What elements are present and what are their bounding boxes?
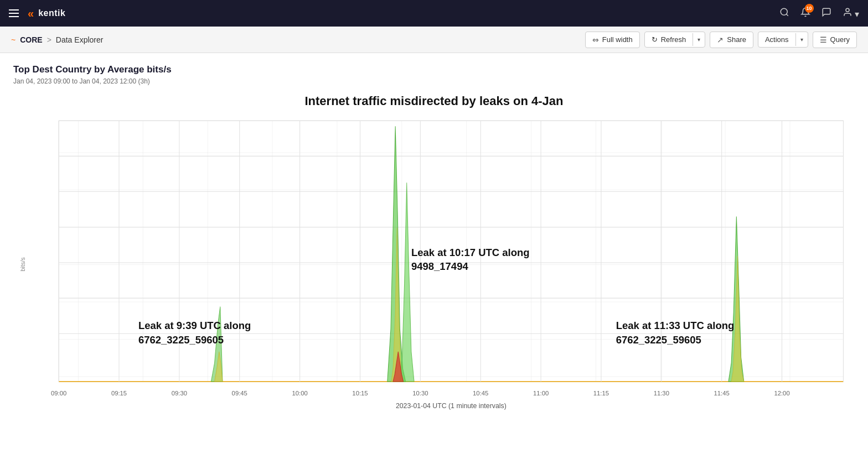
svg-text:11:00: 11:00 <box>533 390 549 397</box>
svg-text:09:15: 09:15 <box>111 390 127 397</box>
logo-area: « kentik <box>28 7 65 20</box>
svg-text:10:45: 10:45 <box>473 390 488 397</box>
top-navigation: « kentik 10 ▾ <box>0 0 868 27</box>
actions-label: Actions <box>765 35 789 44</box>
share-button[interactable]: ↗ Share <box>710 32 753 48</box>
chart-main-title: Internet traffic misdirected by leaks on… <box>13 94 855 108</box>
annotation-3-line2: 6762_3225_59605 <box>616 334 701 346</box>
toolbar-actions: ⇔ Full width ↻ Refresh ▾ ↗ Share Actions… <box>585 32 857 48</box>
svg-text:10:15: 10:15 <box>352 390 368 397</box>
svg-line-1 <box>786 14 788 15</box>
query-button[interactable]: ☰ Query <box>813 32 857 48</box>
breadcrumb-icon: ~ <box>11 35 16 44</box>
svg-text:11:15: 11:15 <box>593 390 609 397</box>
actions-button[interactable]: Actions <box>758 32 795 47</box>
svg-text:09:30: 09:30 <box>172 390 187 397</box>
sub-header: ~ CORE > Data Explorer ⇔ Full width ↻ Re… <box>0 27 868 53</box>
breadcrumb-core: CORE <box>20 35 42 44</box>
svg-text:09:00: 09:00 <box>51 390 66 397</box>
refresh-button[interactable]: ↻ Refresh <box>645 32 693 47</box>
svg-text:09:45: 09:45 <box>232 390 247 397</box>
query-icon: ☰ <box>820 35 827 44</box>
refresh-icon: ↻ <box>652 35 658 44</box>
svg-point-0 <box>781 8 787 15</box>
actions-dropdown-arrow[interactable]: ▾ <box>795 33 808 46</box>
breadcrumb-separator: > <box>47 35 51 44</box>
annotation-2-line1: Leak at 10:17 UTC along <box>411 247 530 258</box>
refresh-button-group: ↻ Refresh ▾ <box>644 32 706 48</box>
logo-chevron-icon: « <box>28 7 34 20</box>
query-label: Query <box>830 35 850 44</box>
svg-text:10:00: 10:00 <box>292 390 307 397</box>
annotation-2-line2: 9498_17494 <box>411 260 469 272</box>
notification-count-badge: 10 <box>805 4 814 13</box>
chart-container: Internet traffic misdirected by leaks on… <box>13 94 855 414</box>
chart-svg: Leak at 9:39 UTC along 6762_3225_59605 L… <box>13 115 855 414</box>
svg-text:12:00: 12:00 <box>774 390 789 397</box>
breadcrumb-page: Data Explorer <box>56 35 104 44</box>
search-icon[interactable] <box>779 7 789 19</box>
main-content: Top Dest Country by Average bits/s Jan 0… <box>0 53 868 425</box>
full-width-icon: ⇔ <box>592 35 599 44</box>
annotation-1-line2: 6762_3225_59605 <box>138 334 224 346</box>
svg-text:10:30: 10:30 <box>412 390 428 397</box>
svg-text:2023-01-04 UTC (1 minute inter: 2023-01-04 UTC (1 minute intervals) <box>396 402 507 410</box>
share-label: Share <box>727 35 746 44</box>
chart-header: Top Dest Country by Average bits/s Jan 0… <box>13 64 855 85</box>
svg-point-2 <box>846 8 849 12</box>
y-axis-label: bits/s <box>19 257 26 272</box>
notification-bell-icon[interactable]: 10 <box>800 7 810 19</box>
hamburger-menu-button[interactable] <box>9 9 19 17</box>
top-nav-right: 10 ▾ <box>779 7 859 19</box>
chart-title: Top Dest Country by Average bits/s <box>13 64 855 75</box>
chart-wrapper: bits/s <box>13 115 855 414</box>
annotation-1-line1: Leak at 9:39 UTC along <box>138 320 251 331</box>
svg-text:11:30: 11:30 <box>654 390 669 397</box>
full-width-button[interactable]: ⇔ Full width <box>585 32 640 48</box>
chat-icon[interactable] <box>822 7 831 19</box>
full-width-label: Full width <box>602 35 633 44</box>
chart-subtitle: Jan 04, 2023 09:00 to Jan 04, 2023 12:00… <box>13 77 855 85</box>
refresh-label: Refresh <box>661 35 686 44</box>
share-icon: ↗ <box>717 35 724 44</box>
refresh-dropdown-arrow[interactable]: ▾ <box>693 33 705 46</box>
annotation-3-line1: Leak at 11:33 UTC along <box>616 320 735 331</box>
svg-text:11:45: 11:45 <box>714 390 730 397</box>
user-avatar-icon[interactable]: ▾ <box>843 7 859 19</box>
logo-text: kentik <box>38 8 65 18</box>
actions-button-group: Actions ▾ <box>758 32 808 48</box>
